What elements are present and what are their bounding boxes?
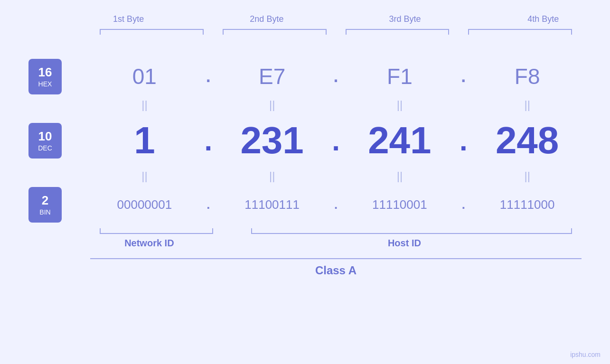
dec-row: 10 DEC 1 . 231 . 241 . 248 xyxy=(28,114,582,167)
hex-dot-1: . xyxy=(199,66,218,86)
byte-headers: 1st Byte 2nd Byte 3rd Byte 4th Byte xyxy=(59,14,610,24)
dec-values-row: 1 . 231 . 241 . 248 xyxy=(90,119,582,162)
hex-dot-3: . xyxy=(454,66,473,86)
host-bracket xyxy=(251,228,572,234)
byte-header-4: 4th Byte xyxy=(474,14,610,24)
hex-row: 16 HEX 01 . E7 . F1 . F8 xyxy=(28,57,582,95)
watermark: ipshu.com xyxy=(570,351,601,358)
top-bracket-2 xyxy=(213,29,336,38)
hex-val-2: E7 xyxy=(218,64,327,89)
byte-header-3: 3rd Byte xyxy=(336,14,474,24)
bin-val-3: 11110001 xyxy=(346,197,454,212)
byte-header-1: 1st Byte xyxy=(59,14,197,24)
bin-val-1: 00000001 xyxy=(90,197,199,212)
top-brackets xyxy=(90,29,582,38)
net-bracket-wrapper xyxy=(90,228,223,234)
hex-values-row: 01 . E7 . F1 . F8 xyxy=(90,57,582,95)
network-id-label: Network ID xyxy=(90,238,208,249)
equals-1-1: || xyxy=(90,98,199,112)
dec-val-3: 241 xyxy=(346,119,454,162)
hex-badge-cell: 16 HEX xyxy=(28,59,90,94)
bracket-top-3 xyxy=(346,29,450,35)
bracket-top-1 xyxy=(100,29,204,35)
hex-val-4: F8 xyxy=(473,64,582,89)
class-line xyxy=(90,258,582,259)
dec-badge-cell: 10 DEC xyxy=(28,123,90,159)
bracket-top-4 xyxy=(468,29,572,35)
dec-dot-3: . xyxy=(454,124,473,157)
content-wrapper: 16 HEX 01 . E7 . F1 . F8 || || | xyxy=(28,57,582,224)
top-bracket-4 xyxy=(459,29,582,38)
byte-header-2: 2nd Byte xyxy=(197,14,336,24)
bottom-section: Network ID Host ID xyxy=(90,228,582,249)
top-bracket-3 xyxy=(336,29,459,38)
equals-2-3: || xyxy=(346,169,454,183)
dec-dot-2: . xyxy=(327,124,346,157)
bin-badge: 2 BIN xyxy=(28,187,62,223)
bin-dot-1: . xyxy=(199,197,218,212)
net-bracket xyxy=(100,228,213,234)
equals-1-2: || xyxy=(218,98,327,112)
bin-dot-2: . xyxy=(327,197,346,212)
class-label: Class A xyxy=(90,264,582,277)
equals-2-2: || xyxy=(218,169,327,183)
host-bracket-wrapper xyxy=(242,228,582,234)
dec-val-4: 248 xyxy=(473,119,582,162)
dec-val-1: 1 xyxy=(90,119,199,162)
equals-1-4: || xyxy=(473,98,582,112)
hex-dot-2: . xyxy=(327,66,346,86)
dec-val-2: 231 xyxy=(218,119,327,162)
equals-2-1: || xyxy=(90,169,199,183)
class-section: Class A xyxy=(90,258,582,277)
main-container: 1st Byte 2nd Byte 3rd Byte 4th Byte 16 H… xyxy=(0,0,610,364)
hex-val-3: F1 xyxy=(346,64,454,89)
equals-1-3: || xyxy=(346,98,454,112)
equals-2-4: || xyxy=(473,169,582,183)
equals-row-1: || || || || xyxy=(28,95,582,114)
top-bracket-1 xyxy=(90,29,213,38)
host-id-label: Host ID xyxy=(227,238,582,249)
dec-badge: 10 DEC xyxy=(28,123,62,159)
bin-dot-3: . xyxy=(454,197,473,212)
hex-badge: 16 HEX xyxy=(28,59,62,94)
hex-val-1: 01 xyxy=(90,64,199,89)
bracket-labels: Network ID Host ID xyxy=(90,238,582,249)
bottom-brackets xyxy=(90,228,582,234)
bracket-top-2 xyxy=(223,29,327,35)
bin-values-row: 00000001 . 11100111 . 11110001 . 1111100… xyxy=(90,197,582,212)
bin-row: 2 BIN 00000001 . 11100111 . 11110001 . 1… xyxy=(28,186,582,224)
bin-val-2: 11100111 xyxy=(218,197,327,212)
dec-dot-1: . xyxy=(199,124,218,157)
bin-badge-cell: 2 BIN xyxy=(28,187,90,223)
equals-row-2: || || || || xyxy=(28,167,582,186)
bin-val-4: 11111000 xyxy=(473,197,582,212)
